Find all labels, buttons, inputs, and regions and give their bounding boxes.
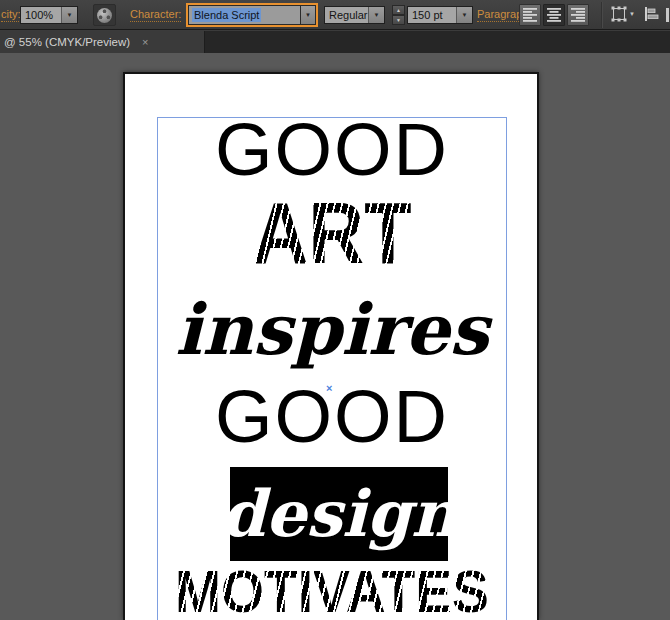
opacity-label[interactable]: city: [1, 8, 21, 22]
opacity-dropdown-arrow-icon[interactable]: ▼ [61, 7, 77, 23]
font-size-dropdown[interactable]: 150 pt ▼ [407, 6, 473, 24]
design-highlight-block[interactable]: design [230, 467, 448, 561]
tab-close-icon[interactable]: × [142, 37, 148, 48]
control-bar: city: 100% ▼ Character: Blenda Script ▼ … [0, 0, 670, 30]
step-up-button[interactable]: ▲ [392, 5, 405, 15]
poster-line-good-1[interactable]: GOOD [158, 113, 506, 187]
font-style-dropdown[interactable]: Regular ▼ [324, 6, 385, 24]
align-right-button[interactable] [567, 4, 589, 26]
poster-line-inspires[interactable]: inspires [158, 295, 506, 365]
horizontal-align-left-button[interactable] [644, 6, 660, 22]
arrow-up-icon: ▲ [396, 8, 401, 13]
transform-button[interactable]: ▼ [611, 6, 635, 22]
poster-line-motivates[interactable]: MOTIVATES [172, 562, 492, 620]
align-left-button[interactable] [519, 4, 541, 26]
font-size-value[interactable]: 150 pt [408, 7, 456, 23]
opacity-dropdown[interactable]: 100% ▼ [20, 6, 78, 24]
poster-line-art-text: ART [252, 183, 411, 282]
document-tab-bar: @ 55% (CMYK/Preview) × [0, 31, 670, 53]
align-right-icon [571, 8, 585, 22]
recolor-artwork-button[interactable] [93, 4, 116, 26]
step-down-button[interactable]: ▼ [392, 15, 405, 25]
chevron-down-icon: ▼ [374, 12, 380, 18]
document-tab-title[interactable]: @ 55% (CMYK/Preview) [0, 36, 130, 48]
chevron-down-icon: ▼ [462, 12, 468, 18]
font-size-stepper[interactable]: ▲ ▼ [392, 5, 405, 25]
illustrator-window: city: 100% ▼ Character: Blenda Script ▼ … [0, 0, 670, 620]
color-wheel-icon [97, 8, 112, 23]
arrow-down-icon: ▼ [396, 18, 401, 23]
font-name-selected-text[interactable]: Blenda Script [192, 8, 261, 22]
paragraph-align-group [519, 4, 589, 26]
poster-line-design-text: design [220, 482, 457, 546]
opacity-value[interactable]: 100% [21, 7, 61, 23]
poster-line-art[interactable]: ART [179, 189, 485, 279]
document-tab[interactable]: @ 55% (CMYK/Preview) × [0, 31, 205, 53]
chevron-down-icon: ▼ [67, 12, 73, 18]
horizontal-align-left-icon [644, 6, 660, 22]
frame-center-marker: × [326, 383, 332, 394]
partial-toolbar-icon[interactable] [666, 8, 669, 22]
character-label[interactable]: Character: [130, 8, 181, 22]
chevron-down-icon: ▼ [305, 12, 311, 18]
font-family-field[interactable]: Blenda Script [188, 5, 300, 25]
poster-line-motivates-text: MOTIVATES [175, 558, 489, 620]
size-dropdown-arrow-icon[interactable]: ▼ [456, 7, 472, 23]
align-center-icon [547, 8, 561, 22]
canvas-area[interactable]: GOOD ART inspires GOOD design MOTIVATES … [0, 53, 670, 620]
font-dropdown-arrow-icon[interactable]: ▼ [300, 5, 316, 25]
align-center-button[interactable] [543, 4, 565, 26]
font-family-dropdown[interactable]: Blenda Script ▼ [186, 3, 318, 27]
font-style-value[interactable]: Regular [325, 7, 368, 23]
toolbar-separator [601, 2, 603, 28]
style-dropdown-arrow-icon[interactable]: ▼ [368, 7, 384, 23]
bounding-box-icon [611, 6, 627, 22]
chevron-down-icon: ▼ [629, 11, 635, 17]
align-left-icon [523, 8, 537, 22]
